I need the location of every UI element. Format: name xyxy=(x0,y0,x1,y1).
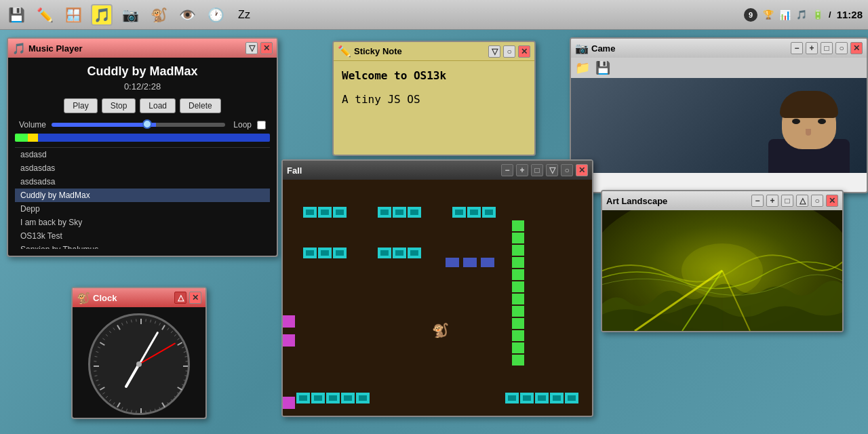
sticky-body[interactable]: Welcome to OS13k A tiny JS OS xyxy=(334,61,534,142)
taskbar-eye-icon[interactable]: 👁️ xyxy=(176,4,198,26)
playlist-item[interactable]: asdasdas xyxy=(15,161,270,175)
svg-line-7 xyxy=(171,330,173,332)
taskbar-monkey-icon[interactable]: 🐒 xyxy=(148,4,170,26)
taskbar-sleep-icon[interactable]: Zz xyxy=(233,4,255,26)
svg-line-51 xyxy=(102,338,104,339)
sticky-close-btn[interactable]: ✕ xyxy=(518,45,530,58)
playlist-item[interactable]: asdasd xyxy=(15,148,270,161)
sticky-minimize-btn[interactable]: ▽ xyxy=(488,45,500,58)
svg-line-57 xyxy=(126,321,127,323)
svg-line-27 xyxy=(155,408,155,411)
art-circle-btn[interactable]: ○ xyxy=(811,195,823,207)
fall-close-btn[interactable]: ✕ xyxy=(576,164,588,176)
music-title-icon: 🎵 xyxy=(12,42,26,55)
fall-circle-btn[interactable]: ○ xyxy=(561,164,573,176)
svg-line-55 xyxy=(117,325,120,330)
playlist-item[interactable]: asdsadsa xyxy=(15,175,270,189)
playlist-item[interactable]: OS13k Test xyxy=(15,229,270,243)
art-titlebar[interactable]: Art Landscape − + □ △ ○ ✕ xyxy=(602,191,842,210)
camera-plus-btn[interactable]: + xyxy=(806,42,818,54)
fall-plus-btn[interactable]: + xyxy=(516,164,528,176)
art-close-btn[interactable]: ✕ xyxy=(826,195,838,207)
green-block xyxy=(512,306,524,317)
sticky-note-window: ✏️ Sticky Note ▽ ○ ✕ Welcome to OS13k A … xyxy=(332,41,536,156)
playlist-item[interactable]: I am back by Sky xyxy=(15,216,270,229)
sticky-line1: Welcome to OS13k xyxy=(342,69,526,82)
clock-icon: 🐒 xyxy=(77,292,90,304)
taskbar-bars-icon: 📊 xyxy=(779,9,791,20)
playlist-item[interactable]: Depp xyxy=(15,202,270,216)
sticky-icon: ✏️ xyxy=(338,45,351,58)
camera-circle-btn[interactable]: ○ xyxy=(835,42,848,54)
music-controls: Play Stop Load Delete xyxy=(15,98,270,113)
stop-button[interactable]: Stop xyxy=(102,98,136,113)
play-button[interactable]: Play xyxy=(64,98,97,113)
progress-bar[interactable] xyxy=(15,134,270,142)
taskbar: 💾 ✏️ 🪟 🎵 📷 🐒 👁️ 🕐 Zz 9 🏆 📊 🎵 🔋 / 11:28 xyxy=(0,0,868,30)
taskbar-save-icon[interactable]: 💾 xyxy=(5,4,27,26)
camera-body: 📁 💾 xyxy=(571,58,867,173)
svg-line-42 xyxy=(96,380,98,380)
delete-button[interactable]: Delete xyxy=(180,98,221,113)
volume-slider[interactable] xyxy=(52,123,225,127)
playlist-item-active[interactable]: Cuddly by MadMax xyxy=(15,189,270,202)
clock-minimize-btn[interactable]: △ xyxy=(174,292,186,304)
svg-line-9 xyxy=(177,338,179,339)
fall-minus-btn[interactable]: − xyxy=(501,164,513,176)
volume-label: Volume xyxy=(19,120,46,130)
fall-minimize-btn[interactable]: ▽ xyxy=(546,164,558,176)
loop-checkbox[interactable] xyxy=(257,121,266,130)
svg-line-56 xyxy=(122,323,123,326)
music-minimize-btn[interactable]: ▽ xyxy=(245,42,258,54)
playlist[interactable]: asdasd asdasdas asdsadsa Cuddly by MadMa… xyxy=(15,147,270,249)
music-time: 0:12/2:28 xyxy=(15,81,270,92)
svg-line-38 xyxy=(106,396,108,398)
svg-line-32 xyxy=(131,410,132,412)
clock-body: const svgNS = 'http://www.w3.org/2000/sv… xyxy=(73,307,205,419)
taskbar-window-icon[interactable]: 🪟 xyxy=(62,4,84,26)
svg-line-18 xyxy=(184,380,186,380)
camera-square-btn[interactable]: □ xyxy=(821,42,833,54)
tile xyxy=(333,207,347,218)
art-svg xyxy=(602,210,842,331)
clock-close-btn[interactable]: ✕ xyxy=(189,292,201,304)
taskbar-icons: 💾 ✏️ 🪟 🎵 📷 🐒 👁️ 🕐 Zz xyxy=(5,4,744,26)
taskbar-pencil-icon[interactable]: ✏️ xyxy=(34,4,56,26)
tile xyxy=(318,248,332,258)
camera-folder-icon[interactable]: 📁 xyxy=(575,60,590,75)
music-close-btn[interactable]: ✕ xyxy=(260,42,273,54)
clock-titlebar[interactable]: 🐒 Clock △ ✕ xyxy=(73,288,205,307)
art-square-btn[interactable]: □ xyxy=(781,195,793,207)
platform-2 xyxy=(378,207,421,218)
green-block xyxy=(512,233,524,243)
taskbar-camera-icon[interactable]: 📷 xyxy=(119,4,141,26)
fall-titlebar[interactable]: Fall − + □ ▽ ○ ✕ xyxy=(283,161,592,180)
svg-line-10 xyxy=(178,342,182,345)
art-plus-btn[interactable]: + xyxy=(766,195,778,207)
camera-close-btn[interactable]: ✕ xyxy=(850,42,863,54)
tile xyxy=(296,393,310,403)
green-block xyxy=(512,355,524,366)
svg-line-4 xyxy=(159,323,161,326)
platform-1 xyxy=(303,207,347,218)
svg-line-41 xyxy=(98,384,100,385)
taskbar-music-icon[interactable]: 🎵 xyxy=(91,4,113,26)
art-triangle-btn[interactable]: △ xyxy=(796,195,808,207)
sticky-maximize-btn[interactable]: ○ xyxy=(503,45,515,58)
fall-square-btn[interactable]: □ xyxy=(531,164,543,176)
green-block xyxy=(512,269,524,280)
camera-minus-btn[interactable]: − xyxy=(791,42,803,54)
person-left-eye xyxy=(792,119,800,124)
camera-window: 📷 Came − + □ ○ ✕ 📁 💾 xyxy=(570,37,868,193)
art-minus-btn[interactable]: − xyxy=(751,195,764,207)
progress-green xyxy=(15,134,28,142)
load-button[interactable]: Load xyxy=(140,98,176,113)
sticky-titlebar[interactable]: ✏️ Sticky Note ▽ ○ ✕ xyxy=(334,42,534,61)
tile xyxy=(452,207,466,218)
taskbar-clock-icon[interactable]: 🕐 xyxy=(205,4,226,26)
music-player-titlebar[interactable]: 🎵 Music Player ▽ ✕ xyxy=(8,39,277,58)
playlist-item[interactable]: Sanxion by Thalumus xyxy=(15,243,270,249)
camera-save-icon[interactable]: 💾 xyxy=(595,60,610,75)
camera-titlebar[interactable]: 📷 Came − + □ ○ ✕ xyxy=(571,39,867,58)
person-hair xyxy=(780,91,838,118)
